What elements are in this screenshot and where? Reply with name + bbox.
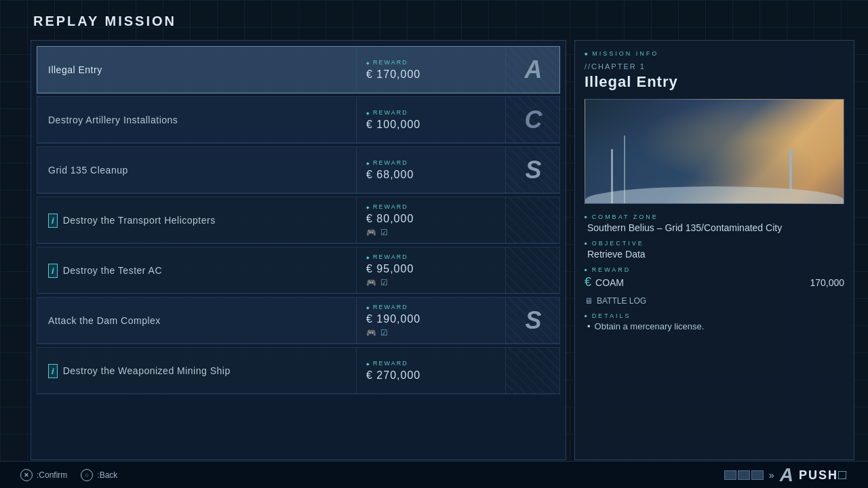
check-icon: ☑: [380, 328, 388, 338]
objective-row: OBJECTIVE Retrieve Data: [585, 240, 844, 260]
reward-icons: 🎮☑: [366, 278, 496, 287]
combat-zone-label: COMBAT ZONE: [585, 214, 844, 220]
mission-reward-area-destroy-mining: REWARD€ 270,000: [356, 348, 505, 394]
confirm-btn[interactable]: ✕: [20, 469, 33, 481]
mission-item-destroy-artillery[interactable]: Destroy Artillery InstallationsREWARD€ 1…: [37, 96, 560, 144]
chapter-label: //CHAPTER 1: [585, 62, 844, 70]
reward-coam: € COAM: [585, 275, 624, 289]
mission-item-destroy-mining[interactable]: iDestroy the Weaponized Mining ShipREWAR…: [37, 347, 560, 394]
mission-item-attack-dam[interactable]: Attack the Dam ComplexREWARD€ 190,000🎮☑S: [37, 297, 560, 344]
separator-line: [37, 393, 559, 394]
mission-grade-area-destroy-artillery: C: [505, 97, 559, 143]
combat-zone-value: Southern Belius – Grid 135/Contaminated …: [585, 222, 844, 233]
mission-grade-area-attack-dam: S: [505, 298, 559, 344]
controller-icon: 🎮: [366, 328, 376, 338]
battle-log-icon: 🖥: [585, 296, 593, 306]
mission-item-destroy-tester[interactable]: iDestroy the Tester ACREWARD€ 95,000🎮☑: [37, 247, 560, 294]
mission-name-text: Illegal Entry: [48, 64, 102, 75]
mission-name-area-grid-cleanup: Grid 135 Cleanup: [37, 158, 356, 182]
reward-label: REWARD: [366, 159, 496, 166]
mission-name-area-destroy-mining: iDestroy the Weaponized Mining Ship: [37, 357, 356, 385]
mission-reward-area-destroy-artillery: REWARD€ 100,000: [356, 97, 505, 143]
grade-bars: [724, 470, 764, 480]
diagonal-decoration: [506, 348, 559, 394]
content-wrapper: Illegal EntryREWARD€ 170,000ADestroy Art…: [31, 40, 854, 460]
bottom-bar: ✕ :Confirm ○ :Back » A PUSH□: [0, 461, 868, 488]
battle-log-row: 🖥 BATTLE LOG: [585, 296, 844, 306]
mission-name-text: Destroy the Transport Helicopters: [63, 215, 216, 226]
main-container: REPLAY MISSION Illegal EntryREWARD€ 170,…: [31, 14, 854, 474]
mission-name-text: Destroy Artillery Installations: [48, 115, 178, 125]
mission-reward-area-attack-dam: REWARD€ 190,000🎮☑: [356, 298, 505, 344]
grade-bar-2: [738, 470, 750, 480]
diagonal-decoration: [506, 97, 559, 143]
reward-value: € 170,000: [366, 68, 496, 81]
confirm-control: ✕ :Confirm: [20, 469, 67, 481]
mission-item-illegal-entry[interactable]: Illegal EntryREWARD€ 170,000A: [37, 46, 560, 94]
mission-name-area-illegal-entry: Illegal Entry: [37, 58, 356, 82]
mission-reward-area-illegal-entry: REWARD€ 170,000: [356, 47, 505, 93]
diagonal-decoration: [506, 298, 559, 344]
back-control: ○ :Back: [81, 469, 117, 481]
grade-confirm-letter: A: [780, 464, 793, 486]
mission-name-text: Attack the Dam Complex: [48, 315, 161, 326]
mission-reward-area-destroy-helicopters: REWARD€ 80,000🎮☑: [356, 197, 505, 243]
reward-value: € 270,000: [366, 369, 496, 382]
separator-line: [37, 343, 559, 344]
reward-value: € 95,000: [366, 263, 496, 275]
mission-grade-area-destroy-mining: [505, 348, 559, 394]
chevron-right-icon: »: [769, 470, 774, 481]
mission-item-destroy-helicopters[interactable]: iDestroy the Transport HelicoptersREWARD…: [37, 197, 560, 244]
mission-name-text: Grid 135 Cleanup: [48, 165, 128, 176]
reward-label: REWARD: [366, 109, 496, 116]
separator-line: [37, 243, 559, 243]
mission-grade-area-illegal-entry: A: [505, 47, 559, 93]
mission-list-panel: Illegal EntryREWARD€ 170,000ADestroy Art…: [31, 40, 566, 460]
mission-reward-area-destroy-tester: REWARD€ 95,000🎮☑: [356, 247, 505, 293]
separator-line: [37, 192, 559, 193]
controller-icon: 🎮: [366, 228, 376, 237]
diagonal-decoration: [506, 147, 559, 193]
mission-name-area-attack-dam: Attack the Dam Complex: [37, 308, 356, 333]
details-list: •Obtain a mercenary license.: [585, 321, 844, 331]
mission-grade-area-destroy-tester: [505, 247, 559, 293]
lock-icon: i: [48, 264, 58, 278]
separator-line: [37, 92, 559, 93]
separator-line: [37, 142, 559, 143]
reward-label: REWARD: [366, 360, 496, 367]
details-label: DETAILS: [585, 312, 844, 319]
reward-value: € 190,000: [366, 313, 496, 325]
push-logo: PUSH□: [799, 467, 848, 483]
push-square-icon: □: [838, 467, 848, 482]
mission-name-area-destroy-helicopters: iDestroy the Transport Helicopters: [37, 207, 356, 235]
euro-icon: €: [585, 275, 591, 289]
mission-name-area-destroy-artillery: Destroy Artillery Installations: [37, 108, 356, 132]
reward-label: REWARD: [366, 304, 496, 310]
mission-title: Illegal Entry: [585, 73, 844, 91]
controller-icon: 🎮: [366, 278, 376, 287]
image-structures: [585, 141, 844, 203]
mission-name-text: Destroy the Tester AC: [63, 265, 162, 276]
diagonal-decoration: [506, 47, 559, 93]
mission-grade-area-destroy-helicopters: [505, 197, 559, 243]
reward-value: € 100,000: [366, 119, 496, 131]
mission-item-grid-cleanup[interactable]: Grid 135 CleanupREWARD€ 68,000S: [37, 146, 560, 194]
mission-info-panel: MISSION INFO //CHAPTER 1 Illegal Entry C…: [574, 40, 854, 460]
check-icon: ☑: [380, 278, 388, 287]
reward-row: € COAM 170,000: [585, 275, 844, 289]
lock-icon: i: [48, 364, 58, 378]
battle-log-label: BATTLE LOG: [597, 296, 646, 306]
bottom-controls: ✕ :Confirm ○ :Back: [20, 469, 117, 481]
reward-icons: 🎮☑: [366, 328, 496, 338]
separator-line: [37, 293, 559, 293]
combat-zone-row: COMBAT ZONE Southern Belius – Grid 135/C…: [585, 214, 844, 233]
mission-name-text: Destroy the Weaponized Mining Ship: [63, 365, 231, 376]
back-btn[interactable]: ○: [81, 469, 93, 481]
reward-label: REWARD: [366, 203, 496, 210]
diagonal-decoration: [506, 247, 559, 293]
mission-name-area-destroy-tester: iDestroy the Tester AC: [37, 257, 356, 285]
details-bullet: •: [587, 321, 591, 331]
details-row: DETAILS •Obtain a mercenary license.: [585, 312, 844, 334]
lock-icon: i: [48, 214, 58, 228]
reward-value: € 68,000: [366, 169, 496, 181]
